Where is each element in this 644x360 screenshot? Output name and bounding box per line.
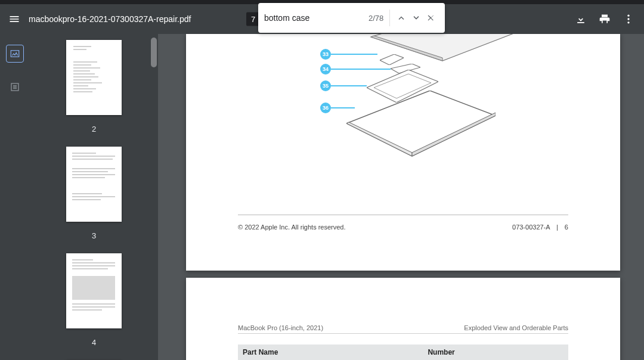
close-icon xyxy=(426,13,436,23)
chevron-up-icon xyxy=(396,13,407,23)
exploded-view-illustration: 33 34 35 36 xyxy=(320,34,505,159)
callout-bubble: 35 xyxy=(320,80,331,91)
svg-point-2 xyxy=(627,21,629,23)
document-title: macbookpro-16-2021-07300327A-repair.pdf xyxy=(29,14,191,24)
more-button[interactable] xyxy=(617,7,640,31)
more-vert-icon xyxy=(623,13,634,25)
thumbnails-tab[interactable] xyxy=(6,45,24,63)
chevron-down-icon xyxy=(411,13,422,23)
download-icon xyxy=(575,13,587,25)
page-footer-right: 073-00327-A | 6 xyxy=(512,224,568,231)
thumbnail[interactable] xyxy=(66,253,122,328)
thumbnail-label: 4 xyxy=(92,334,96,354)
svg-rect-3 xyxy=(11,51,19,57)
download-button[interactable] xyxy=(569,7,593,31)
pdf-page: 33 34 35 36 xyxy=(186,34,620,271)
col-part-name: Part Name xyxy=(238,345,423,360)
parts-table: Part Name Number 1. Bottom case 923-0675… xyxy=(238,345,568,360)
print-icon xyxy=(599,13,611,25)
page-footer-left: © 2022 Apple Inc. All rights reserved. xyxy=(238,224,346,231)
col-number: Number xyxy=(423,345,568,360)
find-close-button[interactable] xyxy=(424,9,439,27)
thumbnail-panel: 2 3 4 xyxy=(30,34,158,360)
outline-icon xyxy=(10,82,20,92)
menu-button[interactable] xyxy=(0,4,29,34)
callout-bubble: 33 xyxy=(320,49,331,60)
page-header-right: Exploded View and Orderable Parts xyxy=(464,324,568,331)
thumbnail-scrollbar[interactable] xyxy=(151,38,157,67)
svg-point-1 xyxy=(627,18,629,20)
hamburger-icon xyxy=(8,13,20,25)
content-area[interactable]: 33 34 35 36 xyxy=(158,34,644,360)
thumbnail-label: 2 xyxy=(92,121,96,141)
pdf-page: MacBook Pro (16-inch, 2021) Exploded Vie… xyxy=(186,278,620,360)
find-next-button[interactable] xyxy=(408,9,423,27)
side-rail xyxy=(0,34,30,360)
thumbnail[interactable] xyxy=(66,40,122,115)
outline-tab[interactable] xyxy=(6,78,24,96)
print-button[interactable] xyxy=(593,7,617,31)
divider xyxy=(389,10,390,26)
find-prev-button[interactable] xyxy=(394,9,408,27)
thumbnail-label: 3 xyxy=(92,228,96,247)
find-input[interactable] xyxy=(264,13,369,23)
find-bar: 2/78 xyxy=(258,3,445,33)
page-header-left: MacBook Pro (16-inch, 2021) xyxy=(238,324,323,331)
callout-bubble: 36 xyxy=(320,103,331,113)
svg-point-0 xyxy=(627,15,629,17)
thumbnail[interactable] xyxy=(66,147,122,222)
callout-bubble: 34 xyxy=(320,64,331,75)
image-icon xyxy=(10,48,20,59)
find-count: 2/78 xyxy=(369,14,383,23)
